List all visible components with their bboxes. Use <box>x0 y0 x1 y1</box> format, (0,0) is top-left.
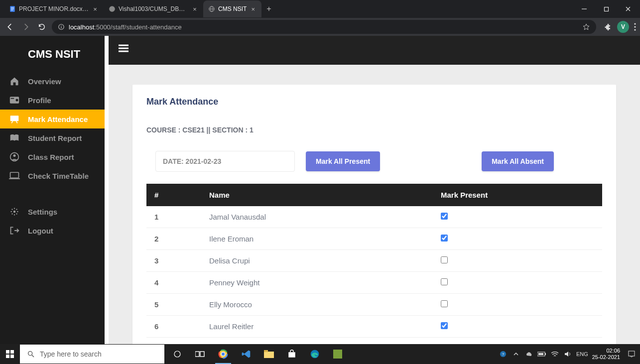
tab-close-icon[interactable]: × <box>191 5 198 12</box>
row-name: Elly Morocco <box>201 294 433 316</box>
present-checkbox[interactable] <box>441 322 448 329</box>
svg-rect-57 <box>629 351 635 356</box>
sidebar-item-check-timetable[interactable]: Check TimeTable <box>0 166 105 185</box>
svg-text:?: ? <box>502 352 505 357</box>
new-tab-button[interactable]: + <box>261 1 276 16</box>
notifications-tray-icon[interactable] <box>627 350 636 359</box>
wifi-tray-icon[interactable] <box>550 350 559 359</box>
windows-taskbar: Type here to search ? ENG 02:06 25-02-20… <box>0 344 640 364</box>
extensions-icon[interactable] <box>604 23 612 31</box>
sidebar-item-overview[interactable]: Overview <box>0 72 105 91</box>
laptop-icon <box>9 170 20 181</box>
svg-rect-55 <box>545 353 546 355</box>
table-row: 4 Penney Weight <box>146 272 602 294</box>
window-controls <box>574 2 640 16</box>
cortana-icon[interactable] <box>166 344 188 364</box>
main-scroll[interactable]: Mark Attendance COURSE : CSE21 || SECTIO… <box>109 65 640 364</box>
content-area: Mark Attendance COURSE : CSE21 || SECTIO… <box>105 36 640 364</box>
browser-tab[interactable]: Vishal1003/CUMS_DBMS: 🏫 A × <box>104 0 203 17</box>
svg-rect-21 <box>10 116 19 121</box>
mark-all-present-button[interactable]: Mark All Present <box>306 151 380 171</box>
svg-rect-35 <box>10 355 14 358</box>
help-tray-icon[interactable]: ? <box>499 350 508 359</box>
reload-button[interactable] <box>36 21 48 33</box>
sidebar-item-class-report[interactable]: Class Report <box>0 147 105 166</box>
tab-favicon <box>208 5 215 12</box>
svg-line-23 <box>16 121 17 123</box>
site-info-icon[interactable] <box>58 23 65 30</box>
misc-app-icon[interactable] <box>327 344 349 364</box>
present-checkbox[interactable] <box>441 300 448 307</box>
volume-tray-icon[interactable] <box>563 350 572 359</box>
taskbar-search[interactable]: Type here to search <box>20 345 164 364</box>
col-name: Name <box>201 184 433 206</box>
svg-line-37 <box>32 355 34 357</box>
onedrive-tray-icon[interactable] <box>524 350 533 359</box>
present-checkbox[interactable] <box>441 278 448 285</box>
date-input[interactable]: DATE: 2021-02-23 <box>155 151 295 172</box>
forward-button[interactable] <box>20 21 32 33</box>
profile-avatar[interactable]: V <box>617 21 629 33</box>
window-minimize[interactable] <box>574 2 594 16</box>
window-close[interactable] <box>618 2 638 16</box>
row-index: 6 <box>146 316 201 338</box>
vscode-icon[interactable] <box>235 344 257 364</box>
tab-close-icon[interactable]: × <box>250 5 256 12</box>
mark-all-absent-button[interactable]: Mark All Absent <box>482 151 554 171</box>
svg-rect-3 <box>11 10 13 10</box>
table-row: 2 Ilene Eroman <box>146 228 602 250</box>
chrome-icon[interactable] <box>212 344 234 364</box>
row-present-cell <box>433 294 602 316</box>
sidebar-item-student-report[interactable]: Student Report <box>0 128 105 147</box>
table-row: 3 Delisa Crupi <box>146 250 602 272</box>
window-maximize[interactable] <box>596 2 616 16</box>
row-name: Laurel Reitler <box>201 316 433 338</box>
svg-rect-9 <box>604 7 608 11</box>
attendance-table: # Name Mark Present 1 Jamal Vanausdal 2 … <box>146 184 602 360</box>
brand-title: CMS NSIT <box>0 36 105 72</box>
book-icon <box>9 132 20 143</box>
store-icon[interactable] <box>281 344 303 364</box>
svg-rect-2 <box>11 8 14 9</box>
sidebar-item-label: Mark Attendance <box>28 115 88 123</box>
tab-title: CMS NSIT <box>218 5 247 12</box>
browser-chrome: PROJECT MINOR.docx - Google × Vishal1003… <box>0 0 640 36</box>
battery-tray-icon[interactable] <box>537 350 546 359</box>
browser-tab[interactable]: PROJECT MINOR.docx - Google × <box>4 0 104 17</box>
address-bar: localhost:5000/staff/student-attendance … <box>0 18 640 36</box>
sidebar-item-settings[interactable]: Settings <box>0 202 105 221</box>
file-explorer-icon[interactable] <box>258 344 280 364</box>
sidebar-item-profile[interactable]: Profile <box>0 91 105 110</box>
url-bar[interactable]: localhost:5000/staff/student-attendance <box>52 20 596 34</box>
edge-icon[interactable] <box>304 344 326 364</box>
board-icon <box>9 114 20 124</box>
sidebar-item-label: Check TimeTable <box>28 172 89 180</box>
card-title: Mark Attendance <box>146 97 602 107</box>
sidebar-item-label: Settings <box>28 208 57 216</box>
row-index: 4 <box>146 272 201 294</box>
svg-rect-27 <box>9 178 20 179</box>
language-indicator[interactable]: ENG <box>576 350 588 359</box>
home-icon <box>9 76 20 87</box>
svg-rect-34 <box>6 355 9 358</box>
tab-close-icon[interactable]: × <box>92 5 99 12</box>
sidebar-item-mark-attendance[interactable]: Mark Attendance <box>0 110 105 128</box>
browser-tab[interactable]: CMS NSIT × <box>203 0 261 17</box>
menu-icon[interactable] <box>634 23 636 31</box>
star-icon[interactable] <box>582 23 590 31</box>
tray-chevron-icon[interactable] <box>512 350 520 359</box>
task-view-icon[interactable] <box>189 344 211 364</box>
svg-point-38 <box>174 351 180 357</box>
back-button[interactable] <box>4 21 16 33</box>
svg-point-14 <box>61 25 61 25</box>
sidebar-item-logout[interactable]: Logout <box>0 221 105 240</box>
present-checkbox[interactable] <box>441 213 448 220</box>
hamburger-icon[interactable] <box>119 44 130 56</box>
course-section-label: COURSE : CSE21 || SECTION : 1 <box>146 126 602 134</box>
row-index: 3 <box>146 250 201 272</box>
present-checkbox[interactable] <box>441 256 448 263</box>
tray-clock[interactable]: 02:06 25-02-2021 <box>592 348 623 361</box>
start-button[interactable] <box>0 344 20 364</box>
present-checkbox[interactable] <box>441 235 448 242</box>
row-name: Delisa Crupi <box>201 250 433 272</box>
